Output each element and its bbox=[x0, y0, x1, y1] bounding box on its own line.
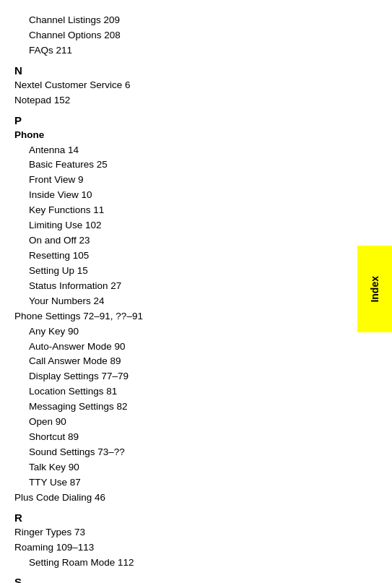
entry-nextel-customer-service: Nextel Customer Service 6 bbox=[14, 78, 341, 93]
entry-auto-answer: Auto-Answer Mode 90 bbox=[29, 340, 341, 355]
entry-your-numbers: Your Numbers 24 bbox=[29, 294, 341, 309]
entry-sound-settings: Sound Settings 73–?? bbox=[29, 445, 341, 460]
section-s: S Screensaver 80 Security 94–108 Send vi… bbox=[14, 576, 341, 583]
letter-p: P bbox=[14, 114, 341, 126]
entry-channel-listings: Channel Listings 209 bbox=[29, 13, 341, 28]
entry-key-functions: Key Functions 11 bbox=[29, 203, 341, 218]
section-r: R Ringer Types 73 Roaming 109–113 Settin… bbox=[14, 511, 341, 571]
entry-any-key: Any Key 90 bbox=[29, 324, 341, 340]
entry-setting-up-phone: Setting Up 15 bbox=[29, 264, 341, 279]
section-n: N Nextel Customer Service 6 Notepad 152 bbox=[14, 64, 341, 108]
content-area: Channel Listings 209 Channel Options 208… bbox=[0, 7, 356, 583]
page-container: Channel Listings 209 Channel Options 208… bbox=[0, 0, 392, 583]
entry-roaming: Roaming 109–113 bbox=[14, 540, 341, 556]
entry-status-information: Status Information 27 bbox=[29, 279, 341, 294]
index-tab-label: Index bbox=[369, 276, 380, 303]
entry-faqs: FAQs 211 bbox=[29, 43, 341, 59]
entry-call-answer: Call Answer Mode 89 bbox=[29, 354, 341, 369]
entry-channel-options: Channel Options 208 bbox=[29, 28, 341, 43]
entry-shortcut: Shortcut 89 bbox=[29, 430, 341, 445]
entry-ringer-types: Ringer Types 73 bbox=[14, 525, 341, 540]
entry-plus-code: Plus Code Dialing 46 bbox=[14, 491, 341, 506]
entry-tty-use: TTY Use 87 bbox=[29, 475, 341, 491]
section-no-letter: Channel Listings 209 Channel Options 208… bbox=[14, 13, 341, 59]
entry-limiting-use: Limiting Use 102 bbox=[29, 218, 341, 233]
entry-on-and-off: On and Off 23 bbox=[29, 233, 341, 249]
entry-inside-view: Inside View 10 bbox=[29, 188, 341, 203]
entry-location-settings: Location Settings 81 bbox=[29, 384, 341, 400]
entry-phone-header: Phone bbox=[14, 128, 341, 143]
entry-talk-key: Talk Key 90 bbox=[29, 460, 341, 475]
entry-setting-roam-mode: Setting Roam Mode 112 bbox=[29, 556, 341, 571]
entry-phone-settings: Phone Settings 72–91, ??–91 bbox=[14, 309, 341, 324]
section-p: P Phone Antenna 14 Basic Features 25 Fro… bbox=[14, 114, 341, 506]
entry-open: Open 90 bbox=[29, 415, 341, 430]
letter-s: S bbox=[14, 576, 341, 583]
entry-antenna: Antenna 14 bbox=[29, 143, 341, 158]
entry-notepad: Notepad 152 bbox=[14, 93, 341, 108]
letter-n: N bbox=[14, 64, 341, 77]
entry-front-view: Front View 9 bbox=[29, 173, 341, 188]
entry-basic-features: Basic Features 25 bbox=[29, 157, 341, 173]
letter-r: R bbox=[14, 511, 341, 524]
index-tab: Index bbox=[357, 246, 392, 332]
entry-resetting: Resetting 105 bbox=[29, 249, 341, 264]
entry-display-settings: Display Settings 77–79 bbox=[29, 369, 341, 384]
entry-messaging-settings: Messaging Settings 82 bbox=[29, 400, 341, 415]
